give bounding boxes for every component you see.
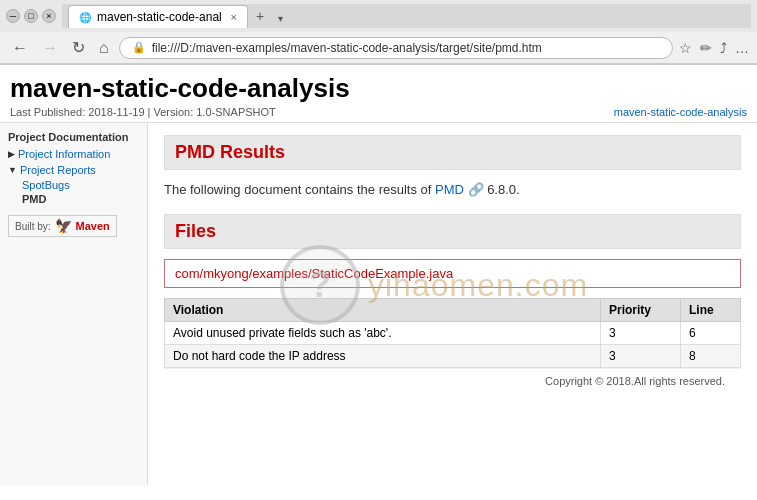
priority-cell: 3 — [601, 344, 681, 367]
tab-list-btn[interactable]: ▾ — [272, 9, 289, 28]
line-cell: 6 — [681, 321, 741, 344]
title-bar: ─ □ × 🌐 maven-static-code-anal × + ▾ — [0, 0, 757, 32]
url-text: file:///D:/maven-examples/maven-static-c… — [152, 41, 660, 55]
browser-chrome: ─ □ × 🌐 maven-static-code-anal × + ▾ ← →… — [0, 0, 757, 65]
back-button[interactable]: ← — [8, 37, 32, 59]
forward-button[interactable]: → — [38, 37, 62, 59]
home-button[interactable]: ⌂ — [95, 37, 113, 59]
files-title: Files — [175, 221, 216, 241]
file-path: com/mkyong/examples/StaticCodeExample.ja… — [175, 266, 453, 281]
sidebar-item-project-reports[interactable]: ▼ Project Reports — [8, 163, 139, 177]
tab-title: maven-static-code-anal — [97, 10, 222, 24]
new-tab-btn[interactable]: + — [248, 4, 272, 28]
nav-icons: ☆ ✏ ⤴ … — [679, 40, 749, 56]
col-line-header: Line — [681, 298, 741, 321]
share-icon[interactable]: ⤴ — [720, 40, 727, 56]
active-tab[interactable]: 🌐 maven-static-code-anal × — [68, 5, 248, 28]
violation-cell: Avoid unused private fields such as 'abc… — [165, 321, 601, 344]
sidebar-item-project-information[interactable]: ▶ Project Information — [8, 147, 139, 161]
refresh-button[interactable]: ↻ — [68, 36, 89, 59]
files-header: Files — [164, 214, 741, 249]
meta-published: Last Published: 2018-11-19 | Version: 1.… — [10, 106, 276, 118]
footer: Copyright © 2018.All rights reserved. — [164, 368, 741, 393]
arrow-icon: ▶ — [8, 149, 15, 159]
page-wrapper: maven-static-code-analysis Last Publishe… — [0, 65, 757, 485]
reader-icon[interactable]: ✏ — [700, 40, 712, 56]
violation-cell: Do not hard code the IP address — [165, 344, 601, 367]
tab-close-btn[interactable]: × — [231, 11, 237, 23]
page-meta: Last Published: 2018-11-19 | Version: 1.… — [10, 104, 747, 120]
minimize-btn[interactable]: ─ — [6, 9, 20, 23]
intro-paragraph: The following document contains the resu… — [164, 180, 741, 200]
priority-cell: 3 — [601, 321, 681, 344]
file-path-box: com/mkyong/examples/StaticCodeExample.ja… — [164, 259, 741, 288]
restore-btn[interactable]: □ — [24, 9, 38, 23]
arrow-icon: ▼ — [8, 165, 17, 175]
window-controls: ─ □ × — [6, 9, 56, 23]
maven-logo: Maven — [76, 220, 110, 232]
col-priority-header: Priority — [601, 298, 681, 321]
table-row: Do not hard code the IP address38 — [165, 344, 741, 367]
sidebar-item-label: Project Reports — [20, 164, 96, 176]
tab-bar: 🌐 maven-static-code-anal × + ▾ — [62, 4, 751, 28]
table-row: Avoid unused private fields such as 'abc… — [165, 321, 741, 344]
pmd-version: 6.8.0. — [487, 182, 520, 197]
intro-text: The following document contains the resu… — [164, 182, 431, 197]
maven-badge: Built by: 🦅 Maven — [8, 215, 117, 237]
sidebar: Project Documentation ▶ Project Informat… — [0, 123, 148, 485]
main-layout: Project Documentation ▶ Project Informat… — [0, 123, 757, 485]
meta-project-link[interactable]: maven-static-code-analysis — [614, 106, 747, 118]
page-title: maven-static-code-analysis — [10, 73, 747, 104]
address-bar[interactable]: 🔒 file:///D:/maven-examples/maven-static… — [119, 37, 673, 59]
built-by-label: Built by: — [15, 221, 51, 232]
maven-bird-icon: 🦅 — [55, 218, 72, 234]
sidebar-item-pmd[interactable]: PMD — [8, 193, 139, 205]
content-area: PMD Results The following document conta… — [148, 123, 757, 485]
sidebar-item-spotbugs[interactable]: SpotBugs — [8, 179, 139, 191]
col-violation-header: Violation — [165, 298, 601, 321]
footer-text: Copyright © 2018.All rights reserved. — [545, 375, 725, 387]
sidebar-section-title: Project Documentation — [8, 131, 139, 143]
line-cell: 8 — [681, 344, 741, 367]
tab-favicon: 🌐 — [79, 12, 91, 23]
close-btn[interactable]: × — [42, 9, 56, 23]
pmd-results-title: PMD Results — [175, 142, 285, 162]
bookmark-icon[interactable]: ☆ — [679, 40, 692, 56]
pmd-external-link[interactable]: PMD 🔗 — [435, 182, 487, 197]
menu-icon[interactable]: … — [735, 40, 749, 56]
pmd-results-header: PMD Results — [164, 135, 741, 170]
sidebar-item-label: Project Information — [18, 148, 110, 160]
nav-bar: ← → ↻ ⌂ 🔒 file:///D:/maven-examples/mave… — [0, 32, 757, 64]
violations-table: Violation Priority Line Avoid unused pri… — [164, 298, 741, 368]
page-header: maven-static-code-analysis Last Publishe… — [0, 65, 757, 123]
